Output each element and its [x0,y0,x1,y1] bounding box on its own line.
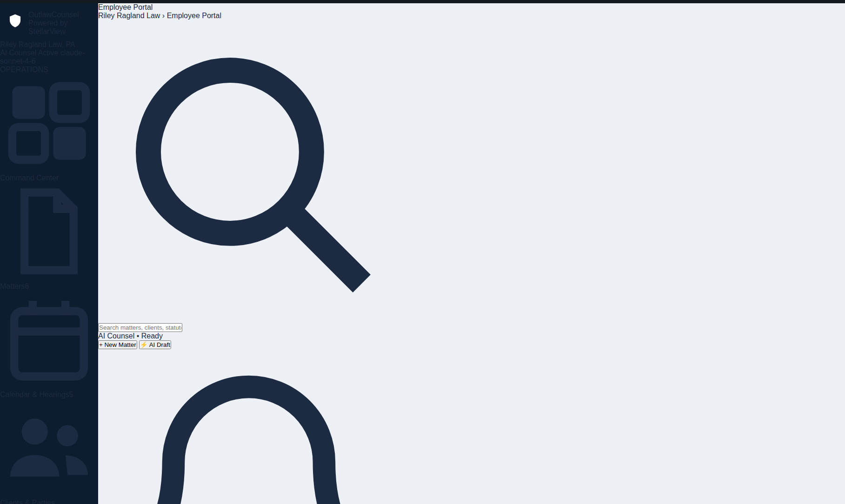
ai-ready-label: AI Counsel • Ready [98,332,163,340]
app-name: OutlawCounsel [28,11,92,19]
nav-section-operations: OPERATIONS [0,66,98,74]
sidebar-item-label: Clients & Parties [0,499,55,504]
notifications-button[interactable]: 3 [98,349,399,504]
ai-draft-label: AI Draft [149,341,170,348]
search-box[interactable] [98,20,399,332]
count-badge: 5 [69,391,73,398]
bolt-icon: ⚡ [140,341,148,348]
count-badge: 6 [25,282,29,290]
brand-text: OutlawCounsel Powered by StellarView [28,11,92,36]
page-heading: Employee Portal Riley Ragland Law › Empl… [98,3,399,20]
sidebar-item-clients-parties[interactable]: Clients & Parties [0,399,98,504]
firm-selector[interactable]: Riley Ragland Law, PA [0,40,98,49]
calendar-icon [0,382,98,390]
app-tagline: Powered by StellarView [28,19,92,36]
breadcrumb: Riley Ragland Law › Employee Portal [98,12,399,20]
header-actions: AI Counsel • Ready + New Matter ⚡ AI Dra… [98,332,399,504]
sidebar-item-label: Calendar & Hearings [0,391,69,398]
search-input[interactable] [98,323,182,332]
app-layout: OutlawCounsel Powered by StellarView Ril… [0,3,845,504]
shield-logo-icon [7,13,24,34]
top-header: Employee Portal Riley Ragland Law › Empl… [98,3,399,504]
sidebar-item-matters[interactable]: Matters6 [0,182,98,291]
ai-counsel-ready-pill[interactable]: AI Counsel • Ready [98,332,399,340]
people-icon [0,491,98,498]
file-icon [0,274,98,282]
brand: OutlawCounsel Powered by StellarView [0,3,98,40]
firm-name: Riley Ragland Law, PA [0,40,75,48]
new-matter-button[interactable]: + New Matter [98,340,137,349]
grid-icon [0,166,98,173]
sidebar-item-label: Command Center [0,174,59,182]
bell-icon [98,349,399,504]
sidebar-item-calendar-hearings[interactable]: Calendar & Hearings5 [0,291,98,399]
sidebar-nav: OPERATIONSCommand CenterMatters6Calendar… [0,66,98,504]
page-title: Employee Portal [98,3,399,12]
search-icon [98,20,399,321]
ai-draft-button[interactable]: ⚡ AI Draft [139,340,171,349]
sidebar: OutlawCounsel Powered by StellarView Ril… [0,3,98,504]
ai-status-label: AI Counsel Active [0,49,58,57]
main-area: Employee Portal Riley Ragland Law › Empl… [98,3,399,504]
ai-counsel-status-card[interactable]: AI Counsel Active claude-sonnet-4-6 [0,49,98,66]
top-strip [0,0,845,3]
sidebar-item-label: Matters [0,282,25,290]
sidebar-item-command-center[interactable]: Command Center [0,74,98,182]
